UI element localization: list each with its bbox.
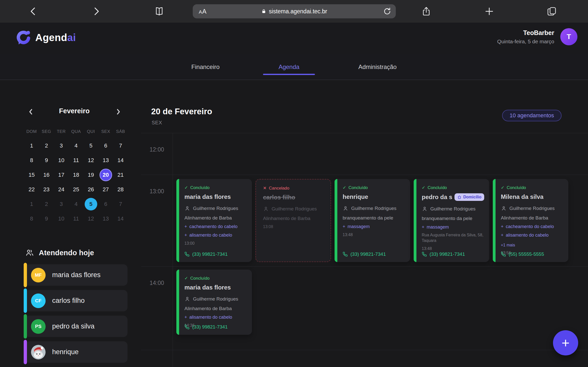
person-color-bar	[24, 340, 27, 364]
check-icon: ✓	[184, 276, 188, 281]
appointment-time: 13:48	[422, 246, 484, 251]
current-date-label: Quinta-feira, 5 de março	[497, 39, 554, 45]
attending-title: Atendendo hoje	[39, 249, 94, 257]
calendar-day[interactable]: 12	[83, 211, 98, 226]
calendar-day[interactable]: 7	[113, 197, 128, 211]
calendar-day[interactable]: 9	[39, 153, 54, 168]
calendar-day[interactable]: 3	[54, 197, 69, 211]
calendar-day[interactable]: 15	[24, 168, 39, 182]
calendar-day[interactable]: 19	[83, 168, 98, 182]
share-button[interactable]	[421, 6, 431, 16]
calendar-day[interactable]: 28	[113, 182, 128, 197]
calendar-day[interactable]: 18	[69, 168, 84, 182]
new-tab-button[interactable]	[484, 6, 494, 16]
bookmarks-button[interactable]	[154, 6, 164, 16]
sidebar: Fevereiro DOMSEGTERQUAQUISEXSÁB 12345678…	[0, 80, 141, 367]
check-icon: ✓	[422, 185, 425, 190]
phone-number: (33) 99821-7341	[430, 251, 465, 257]
calendar-day[interactable]: 11	[69, 211, 84, 226]
more-addons-label[interactable]: +1 mais	[501, 243, 563, 247]
reader-mode-button[interactable]: AA	[199, 8, 207, 15]
attending-person-row[interactable]: henrique	[25, 341, 127, 363]
calendar-day[interactable]: 27	[98, 182, 113, 197]
phone-row[interactable]: (33) 99821-7341	[184, 251, 228, 257]
calendar-day[interactable]: 9	[39, 211, 54, 226]
appointment-card[interactable]: ✓Concluídomaria das floresGuilherme Rodr…	[176, 179, 252, 262]
status-line: ✓Concluído	[422, 185, 484, 190]
tab-switcher-button[interactable]	[547, 6, 557, 16]
calendar-day[interactable]: 6	[98, 197, 113, 211]
phone-number: (33) 99821-7341	[350, 251, 386, 257]
calendar-day[interactable]: 17	[54, 168, 69, 182]
tab-agenda[interactable]: Agenda	[263, 54, 315, 80]
tab-administracao[interactable]: Administração	[343, 54, 412, 80]
calendar-day[interactable]: 10	[54, 211, 69, 226]
calendar-day[interactable]: 3	[54, 138, 69, 153]
calendar-day[interactable]: 20	[98, 168, 113, 182]
status-line: ✓Concluído	[184, 276, 247, 281]
book-icon	[154, 6, 164, 16]
calendar-day[interactable]: 8	[24, 211, 39, 226]
calendar-day[interactable]: 5	[83, 197, 98, 211]
appointment-card[interactable]: ✓Concluídomaria das floresGuilherme Rodr…	[176, 270, 252, 335]
agenda-grid: 12:0013:00✓Concluídomaria das floresGuil…	[141, 133, 588, 367]
brand-name: Agendai	[35, 32, 76, 43]
phone-row[interactable]: (55) 55555-5555	[501, 251, 544, 257]
person-icon	[422, 206, 428, 212]
calendar-day[interactable]: 5	[83, 138, 98, 153]
calendar-day[interactable]: 24	[54, 182, 69, 197]
attending-person-row[interactable]: CFcarlos filho	[25, 290, 127, 311]
phone-icon	[501, 252, 506, 257]
professional-name: Guilherme Rodrigues	[272, 206, 317, 212]
calendar-day[interactable]: 13	[98, 153, 113, 168]
calendar-day[interactable]: 26	[83, 182, 98, 197]
attending-person-row[interactable]: PSpedro da silva	[25, 316, 127, 337]
calendar-day[interactable]: 8	[24, 153, 39, 168]
addon-service: +cacheamento do cabelo	[184, 224, 247, 229]
calendar-day[interactable]: 1	[24, 138, 39, 153]
add-appointment-fab[interactable]: +	[553, 330, 578, 355]
service-name: branqueamento da pele	[422, 216, 484, 221]
calendar-day[interactable]: 21	[113, 168, 128, 182]
tab-financeiro[interactable]: Financeiro	[176, 54, 235, 80]
reload-button[interactable]	[383, 7, 391, 15]
calendar-day[interactable]: 14	[113, 211, 128, 226]
status-text: Concluído	[428, 185, 447, 190]
professional-row: Guilherme Rodrigues	[501, 205, 563, 211]
calendar-day[interactable]: 4	[69, 197, 84, 211]
user-avatar[interactable]: T	[560, 28, 577, 45]
phone-row[interactable]: (33) 99821-7341	[184, 324, 228, 330]
browser-forward-button[interactable]	[91, 6, 101, 16]
calendar-day[interactable]: 2	[39, 138, 54, 153]
appointments-count-badge[interactable]: 10 agendamentos	[502, 110, 562, 121]
cancel-icon: ✕	[263, 186, 267, 191]
appointment-card[interactable]: ✓Concluídopedro da sil...DomicílioGuilhe…	[414, 179, 489, 262]
calendar-day[interactable]: 2	[39, 197, 54, 211]
calendar-day[interactable]: 10	[54, 153, 69, 168]
addon-service: +massagem	[343, 224, 405, 229]
brand-logo[interactable]: Agendai	[16, 30, 76, 45]
browser-back-button[interactable]	[28, 6, 38, 16]
calendar-day[interactable]: 7	[113, 138, 128, 153]
calendar-day[interactable]: 23	[39, 182, 54, 197]
calendar-day[interactable]: 16	[39, 168, 54, 182]
calendar-day[interactable]: 12	[83, 153, 98, 168]
calendar-day[interactable]: 14	[113, 153, 128, 168]
calendar-weekday: TER	[54, 124, 69, 139]
url-bar[interactable]: AA sistema.agendai.tec.br	[193, 4, 396, 18]
appointment-card[interactable]: ✓ConcluídoMilena da silvaGuilherme Rodri…	[493, 179, 568, 262]
calendar-day[interactable]: 22	[24, 182, 39, 197]
calendar-day[interactable]: 25	[69, 182, 84, 197]
appointment-card[interactable]: ✓ConcluídohenriqueGuilherme Rodriguesbra…	[335, 179, 410, 262]
calendar-next-month-button[interactable]	[114, 107, 123, 116]
phone-row[interactable]: (33) 99821-7341	[343, 251, 386, 257]
appointment-card[interactable]: ✕Canceladocarlos filhoGuilherme Rodrigue…	[255, 179, 331, 262]
calendar-day[interactable]: 6	[98, 138, 113, 153]
phone-row[interactable]: (33) 99821-7341	[422, 251, 465, 257]
calendar-day[interactable]: 13	[98, 211, 113, 226]
status-line: ✓Concluído	[501, 185, 563, 190]
calendar-day[interactable]: 4	[69, 138, 84, 153]
attending-person-row[interactable]: MFmaria das flores	[25, 264, 127, 286]
calendar-day[interactable]: 11	[69, 153, 84, 168]
calendar-day[interactable]: 1	[24, 197, 39, 211]
